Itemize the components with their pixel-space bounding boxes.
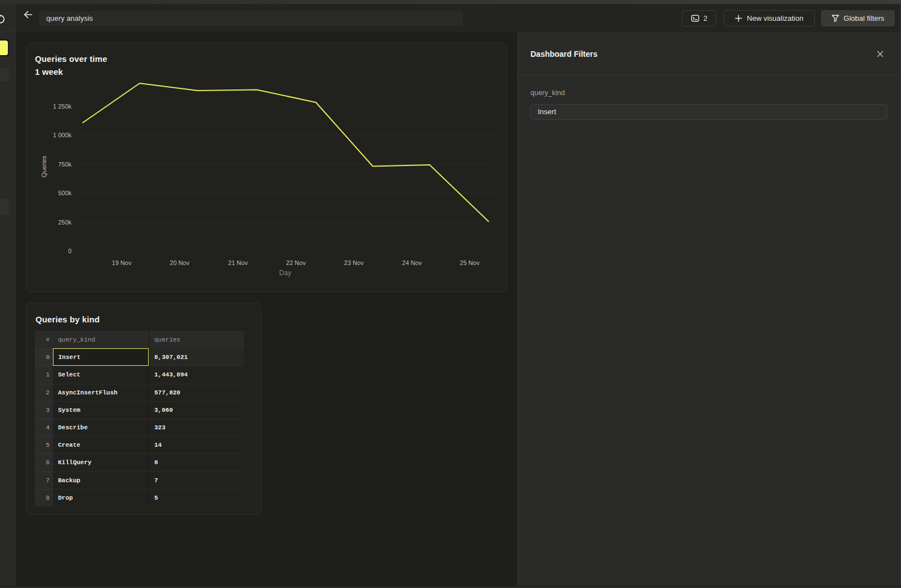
svg-text:0: 0 bbox=[68, 248, 72, 254]
svg-text:22 Nov: 22 Nov bbox=[286, 259, 306, 266]
svg-text:25 Nov: 25 Nov bbox=[460, 259, 480, 266]
svg-text:24 Nov: 24 Nov bbox=[402, 259, 422, 266]
svg-text:19 Nov: 19 Nov bbox=[112, 259, 132, 266]
svg-text:23 Nov: 23 Nov bbox=[344, 259, 364, 266]
svg-text:1 250k: 1 250k bbox=[53, 103, 72, 110]
svg-text:20 Nov: 20 Nov bbox=[170, 259, 190, 266]
svg-text:Queries: Queries bbox=[41, 155, 47, 177]
svg-text:250k: 250k bbox=[58, 219, 72, 226]
svg-text:Day: Day bbox=[279, 269, 291, 277]
svg-text:21 Nov: 21 Nov bbox=[228, 259, 248, 266]
svg-text:750k: 750k bbox=[58, 161, 72, 168]
svg-text:1 000k: 1 000k bbox=[53, 132, 72, 138]
svg-text:500k: 500k bbox=[58, 190, 72, 196]
